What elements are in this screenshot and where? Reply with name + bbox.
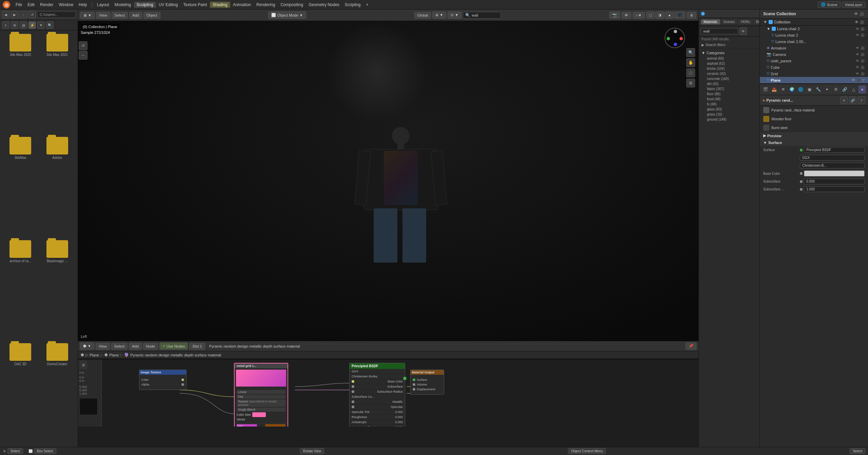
prop-subsurface2-value[interactable]: 1.000	[804, 186, 865, 192]
workspace-sculpting[interactable]: Sculpting	[134, 2, 156, 8]
mat-cat-ceramic[interactable]: ceramic (42)	[702, 71, 757, 76]
collection-item-cube[interactable]: ▽ Cube 👁 🎥	[760, 64, 868, 70]
select-menu-btn[interactable]: Select	[112, 12, 128, 19]
overlay-btn[interactable]: ○▼	[633, 12, 645, 19]
tab-scenes[interactable]: Scenes	[721, 19, 737, 24]
solid-btn[interactable]: ◑	[655, 12, 665, 19]
eye-icon-coll[interactable]: 👁	[855, 20, 859, 24]
workspace-geometry[interactable]: Geometry Nodes	[306, 2, 342, 8]
camera-tool[interactable]: 🎥	[686, 68, 695, 77]
collection-item-plane[interactable]: ▽ Plane 👁 🎥 ▽	[760, 77, 868, 83]
context-menu-btn[interactable]: Object Context Menu	[568, 448, 606, 454]
prop-icon-modifier[interactable]: 🔧	[815, 85, 822, 94]
mat-cat-food[interactable]: food (48)	[702, 97, 757, 102]
tab-materials[interactable]: Materials	[701, 19, 720, 24]
viewport-search-input[interactable]	[472, 13, 499, 17]
left-panel-icon-3[interactable]: ↑	[20, 11, 27, 18]
left-panel-icon-4[interactable]: ↺	[28, 11, 36, 18]
camera-icon-sc[interactable]: 🎥	[860, 12, 865, 16]
render-preview-btn[interactable]: 👁	[622, 12, 631, 19]
node-material-output[interactable]: Material Output Surface Volume Displa	[410, 370, 444, 395]
view-menu-btn[interactable]: View	[96, 12, 110, 19]
path-input[interactable]: C:\Users\...	[37, 12, 76, 18]
mat-categories-header[interactable]: ▼ Categories	[702, 50, 757, 56]
prop-distribution-value[interactable]: GGX	[800, 155, 865, 161]
node-panel-icon-1[interactable]: ⊞	[79, 361, 87, 369]
node-select-btn[interactable]: Select	[111, 343, 128, 350]
prop-subsurface-value[interactable]: 0.000	[804, 179, 865, 184]
prop-preview-header[interactable]: ▶ Preview	[760, 132, 868, 139]
folder-adobe[interactable]: Adobe	[40, 137, 75, 237]
prop-base-color-swatch[interactable]	[804, 170, 865, 177]
menu-render[interactable]: Render	[37, 2, 56, 8]
workspace-rendering[interactable]: Rendering	[254, 2, 278, 8]
folder-3dsmax2021[interactable]: 3ds Max 2021	[40, 34, 75, 134]
left-tool-2[interactable]: ↔	[79, 51, 87, 60]
menu-window[interactable]: Window	[56, 2, 76, 8]
cam-icon-coll[interactable]: 🎥	[860, 20, 865, 24]
workspace-animation[interactable]: Animation	[230, 2, 254, 8]
node-node-btn[interactable]: Node	[143, 343, 158, 350]
breadcrumb-plane1[interactable]: Plane	[90, 353, 99, 357]
node-principled-bsdf[interactable]: Principled BSDF GGX Christensen Burley B…	[349, 363, 405, 427]
mat-cat-bricks[interactable]: bricks (104)	[702, 66, 757, 71]
menu-help[interactable]: Help	[76, 2, 90, 8]
mat-filter-row[interactable]: ▶ Search filters	[699, 42, 760, 48]
top-viewport[interactable]: (0) Collection | Plane Sample 272/1024 🔍…	[78, 21, 698, 341]
prop-icon-physics[interactable]: ⚙	[832, 85, 840, 94]
workspace-shading[interactable]: Shading	[210, 2, 230, 8]
view-icon-btn[interactable]: ≡	[2, 21, 9, 29]
zoom-search-tool[interactable]: 🔍	[686, 48, 695, 57]
collection-item-lunna-chair2[interactable]: ▼ Lunna chair 2 👁 🎥	[760, 26, 868, 32]
node-add-btn[interactable]: Add	[129, 343, 142, 350]
global-transform-btn[interactable]: Global	[414, 12, 431, 19]
grid-tool[interactable]: ⊞	[686, 79, 695, 87]
proportional-btn[interactable]: ⊙ ▼	[448, 12, 461, 19]
collection-arrow[interactable]: ▼	[763, 20, 767, 24]
mat-cat-fabric[interactable]: fabric (267)	[702, 86, 757, 91]
grab-tool[interactable]: ✋	[686, 58, 695, 67]
mat-cat-glass[interactable]: glass (83)	[702, 107, 757, 112]
collection-item-grid[interactable]: ▽ Grid 👁 🎥	[760, 70, 868, 77]
camera-btn[interactable]: 📷	[609, 12, 620, 19]
mat-prop-close[interactable]: ✕	[840, 97, 848, 104]
add-workspace-btn[interactable]: +	[363, 2, 371, 8]
mat-cat-animal[interactable]: animal (66)	[702, 56, 757, 61]
node-color-swatch[interactable]	[252, 412, 266, 417]
node-canvas[interactable]: Image Texture Color Alpha meta	[78, 359, 698, 427]
mat-list-item-wood[interactable]: Wooden floor	[760, 115, 868, 123]
prop-icon-particles[interactable]: ✦	[823, 85, 831, 94]
collection-item-lunna2[interactable]: ▽ Lunna chair 2 👁 🎥	[760, 32, 868, 38]
menu-file[interactable]: File	[13, 2, 25, 8]
collection-item-camera[interactable]: 📷 Camera 👁 🎥	[760, 51, 868, 58]
select-bottom-btn[interactable]: Select	[850, 448, 865, 454]
mat-cat-asphalt[interactable]: asphalt (62)	[702, 61, 757, 66]
mat-cat-dirt[interactable]: dirt (42)	[702, 81, 757, 86]
bottom-node-editor[interactable]: Image Texture Color Alpha meta	[78, 359, 698, 447]
app-icon[interactable]: ◎	[3, 1, 10, 8]
mat-cat-fx[interactable]: fx (68)	[702, 102, 757, 107]
mat-search-input[interactable]	[701, 28, 738, 34]
collection-item-lunna200[interactable]: ▽ Lunna chair 2.00...	[760, 38, 868, 45]
add-menu-btn[interactable]: Add	[129, 12, 142, 19]
node-editor-type-btn[interactable]: ⬢ ▼	[80, 343, 94, 350]
workspace-modeling[interactable]: Modeling	[112, 2, 134, 8]
list-icon-btn[interactable]: ▤	[20, 21, 27, 29]
collection-item-cloth[interactable]: ▽ cloth_parent 👁 🎥	[760, 58, 868, 64]
mat-cat-concrete[interactable]: concrete (160)	[702, 76, 757, 81]
rotate-view-btn[interactable]: Rotate View	[300, 448, 324, 454]
mat-cat-ground[interactable]: ground (149)	[702, 117, 757, 122]
select-btn[interactable]: Select	[7, 448, 23, 454]
node-pin-btn[interactable]: 📌	[686, 343, 696, 350]
workspace-layout[interactable]: Layout	[94, 2, 112, 8]
mat-prop-link[interactable]: 🔗	[849, 97, 856, 104]
prop-icon-material[interactable]: ●	[859, 85, 866, 94]
workspace-scripting[interactable]: Scripting	[342, 2, 363, 8]
material-btn[interactable]: ●	[665, 12, 674, 19]
workspace-texture[interactable]: Texture Paint	[181, 2, 210, 8]
prop-icon-data[interactable]: △	[850, 85, 857, 94]
tab-hdrs[interactable]: HDRs	[738, 19, 753, 24]
mat-prop-filter[interactable]: ▽	[858, 97, 865, 104]
view-layer-selector[interactable]: ViewLayer	[842, 2, 865, 8]
viewport-search[interactable]: 🔍	[463, 12, 501, 19]
